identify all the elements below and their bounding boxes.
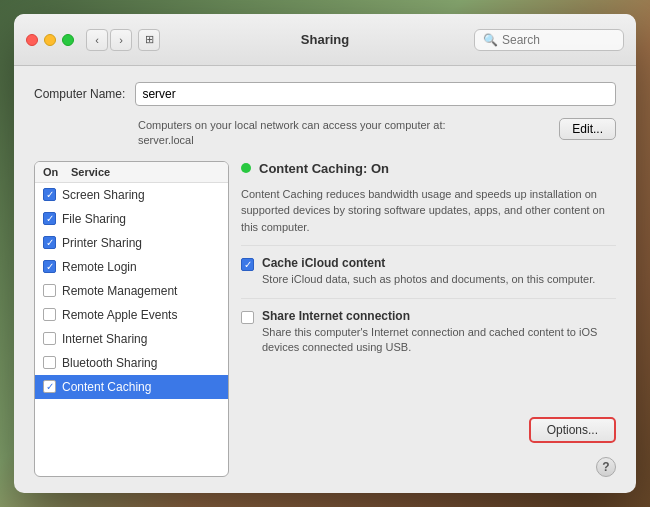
service-item-content-caching[interactable]: ✓ Content Caching [35, 375, 228, 399]
checkbox-remote-apple-events[interactable] [43, 308, 56, 321]
service-item-remote-login[interactable]: ✓ Remote Login [35, 255, 228, 279]
grid-button[interactable]: ⊞ [138, 29, 160, 51]
service-item-internet-sharing[interactable]: Internet Sharing [35, 327, 228, 351]
main-window: ‹ › ⊞ Sharing 🔍 Computer Name: Computers… [14, 14, 636, 493]
search-input[interactable] [502, 33, 615, 47]
service-name-file-sharing: File Sharing [62, 212, 126, 226]
minimize-button[interactable] [44, 34, 56, 46]
service-name-screen-sharing: Screen Sharing [62, 188, 145, 202]
service-item-screen-sharing[interactable]: ✓ Screen Sharing [35, 183, 228, 207]
checkbox-printer-sharing[interactable]: ✓ [43, 236, 56, 249]
window-title: Sharing [301, 32, 349, 47]
checkbox-remote-login[interactable]: ✓ [43, 260, 56, 273]
option-content-icloud: Cache iCloud content Store iCloud data, … [262, 256, 616, 287]
service-name-remote-management: Remote Management [62, 284, 177, 298]
main-panel: On Service ✓ Screen Sharing ✓ File Shari… [34, 161, 616, 477]
header-on: On [43, 166, 71, 178]
checkbox-icloud[interactable]: ✓ [241, 258, 254, 271]
traffic-lights [26, 34, 74, 46]
maximize-button[interactable] [62, 34, 74, 46]
service-name-internet-sharing: Internet Sharing [62, 332, 147, 346]
option-title-internet: Share Internet connection [262, 309, 616, 323]
status-label: Content Caching: On [259, 161, 389, 176]
service-name-remote-apple-events: Remote Apple Events [62, 308, 177, 322]
option-desc-icloud: Store iCloud data, such as photos and do… [262, 272, 616, 287]
help-row: ? [241, 457, 616, 477]
back-button[interactable]: ‹ [86, 29, 108, 51]
checkbox-screen-sharing[interactable]: ✓ [43, 188, 56, 201]
checkbox-content-caching[interactable]: ✓ [43, 380, 56, 393]
status-row: Content Caching: On [241, 161, 616, 176]
status-dot [241, 163, 251, 173]
service-item-file-sharing[interactable]: ✓ File Sharing [35, 207, 228, 231]
caching-description: Content Caching reduces bandwidth usage … [241, 186, 616, 236]
checkbox-remote-management[interactable] [43, 284, 56, 297]
search-box[interactable]: 🔍 [474, 29, 624, 51]
divider-2 [241, 298, 616, 299]
help-button[interactable]: ? [596, 457, 616, 477]
service-item-remote-management[interactable]: Remote Management [35, 279, 228, 303]
header-service: Service [71, 166, 110, 178]
service-list-header: On Service [35, 162, 228, 183]
checkbox-file-sharing[interactable]: ✓ [43, 212, 56, 225]
computer-name-row: Computer Name: [34, 82, 616, 106]
option-content-internet: Share Internet connection Share this com… [262, 309, 616, 356]
service-item-bluetooth-sharing[interactable]: Bluetooth Sharing [35, 351, 228, 375]
service-list: ✓ Screen Sharing ✓ File Sharing ✓ Printe… [35, 183, 228, 476]
service-item-remote-apple-events[interactable]: Remote Apple Events [35, 303, 228, 327]
service-list-container: On Service ✓ Screen Sharing ✓ File Shari… [34, 161, 229, 477]
service-item-printer-sharing[interactable]: ✓ Printer Sharing [35, 231, 228, 255]
checkbox-bluetooth-sharing[interactable] [43, 356, 56, 369]
option-desc-internet: Share this computer's Internet connectio… [262, 325, 616, 356]
service-name-remote-login: Remote Login [62, 260, 137, 274]
computer-name-label: Computer Name: [34, 87, 125, 101]
option-row-icloud: ✓ Cache iCloud content Store iCloud data… [241, 256, 616, 287]
forward-button[interactable]: › [110, 29, 132, 51]
titlebar: ‹ › ⊞ Sharing 🔍 [14, 14, 636, 66]
network-info: Computers on your local network can acce… [138, 118, 616, 149]
network-info-text: Computers on your local network can acce… [138, 118, 549, 149]
service-name-bluetooth-sharing: Bluetooth Sharing [62, 356, 157, 370]
checkbox-internet-conn[interactable] [241, 311, 254, 324]
options-button[interactable]: Options... [529, 417, 616, 443]
nav-buttons: ‹ › [86, 29, 132, 51]
options-btn-row: Options... [241, 417, 616, 443]
option-row-internet: Share Internet connection Share this com… [241, 309, 616, 356]
option-title-icloud: Cache iCloud content [262, 256, 616, 270]
close-button[interactable] [26, 34, 38, 46]
service-name-content-caching: Content Caching [62, 380, 151, 394]
computer-name-input[interactable] [135, 82, 616, 106]
service-name-printer-sharing: Printer Sharing [62, 236, 142, 250]
edit-button[interactable]: Edit... [559, 118, 616, 140]
checkbox-internet-sharing[interactable] [43, 332, 56, 345]
divider-1 [241, 245, 616, 246]
content-area: Computer Name: Computers on your local n… [14, 66, 636, 493]
search-icon: 🔍 [483, 33, 498, 47]
right-panel: Content Caching: On Content Caching redu… [241, 161, 616, 477]
